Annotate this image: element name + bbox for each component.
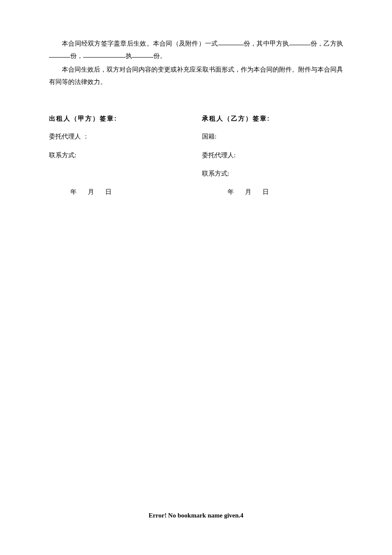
page-content: 本合同经双方签字盖章后生效。本合同（及附件）一式份，其中甲方执份，乙方执份，执份… — [0, 0, 392, 204]
lessor-day-label: 日 — [105, 188, 112, 195]
lessee-agent-label: 委托代理人: — [202, 149, 343, 162]
lessor-heading: 出租人（甲方）签章: — [49, 112, 196, 124]
signature-right-column: 承租人（乙方）签章: 国籍: 委托代理人: 联系方式: 年月日 — [196, 112, 343, 204]
lessor-year-label: 年 — [70, 188, 77, 195]
lessor-date-row: 年月日 — [49, 186, 196, 198]
p1-seg3: 份，乙方执 — [311, 40, 343, 47]
lessee-year-label: 年 — [228, 188, 234, 195]
blank-total-copies — [218, 39, 244, 45]
signature-block: 出租人（甲方）签章: 委托代理人 ： 联系方式: 年月日 承租人（乙方）签章: … — [49, 112, 343, 204]
page-footer: Error! No bookmark name given.4 — [0, 509, 392, 522]
p1-seg2: 份，其中甲方执 — [244, 40, 289, 47]
blank-party-a-copies — [289, 39, 311, 45]
lessee-day-label: 日 — [262, 188, 269, 195]
lessor-contact-label: 联系方式: — [49, 149, 196, 162]
paragraph-1: 本合同经双方签字盖章后生效。本合同（及附件）一式份，其中甲方执份，乙方执份，执份… — [49, 38, 343, 63]
lessor-month-label: 月 — [88, 188, 94, 195]
signature-left-column: 出租人（甲方）签章: 委托代理人 ： 联系方式: 年月日 — [49, 112, 196, 204]
lessee-contact-label: 联系方式: — [202, 168, 343, 180]
paragraph-2: 本合同生效后，双方对合同内容的变更或补充应采取书面形式，作为本合同的附件。附件与… — [49, 64, 343, 89]
p1-seg4: 份， — [70, 52, 83, 59]
blank-other-copies — [132, 51, 153, 58]
blank-party-b-copies — [49, 51, 70, 58]
blank-other-party — [83, 51, 126, 58]
lessor-agent-label: 委托代理人 ： — [49, 130, 196, 143]
lessor-spacer — [49, 168, 196, 180]
lessee-month-label: 月 — [245, 188, 251, 195]
footer-page-number: 4 — [240, 512, 244, 519]
lessee-heading: 承租人（乙方）签章: — [202, 112, 343, 124]
p1-seg5: 执 — [126, 52, 132, 59]
p1-seg1: 本合同经双方签字盖章后生效。本合同（及附件）一式 — [62, 40, 218, 47]
lessee-date-row: 年月日 — [202, 186, 343, 198]
footer-error-text: Error! No bookmark name given. — [149, 512, 240, 519]
lessee-nationality-label: 国籍: — [202, 130, 343, 143]
p1-seg6: 份。 — [153, 52, 166, 59]
